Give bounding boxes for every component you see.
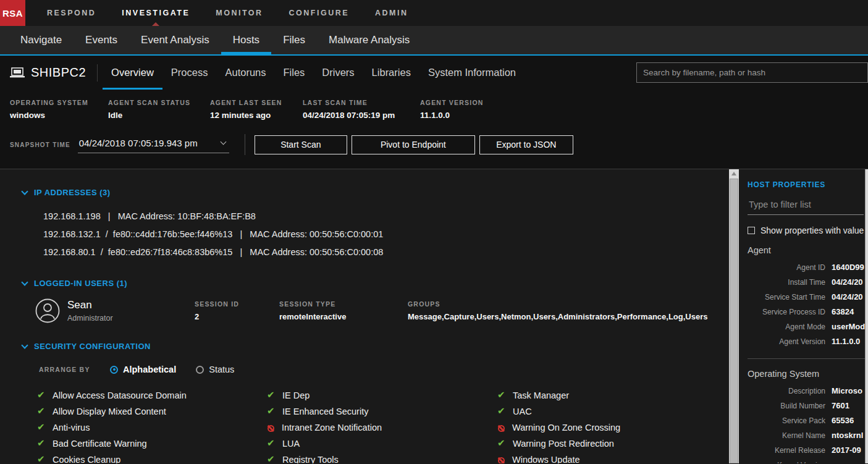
host-tabs: Overview Process Autoruns Files Drivers … — [103, 56, 525, 90]
groups-value: Message,Capture,Users,Netmon,Users,Admin… — [408, 312, 729, 321]
session-type-value: remoteInteractive — [279, 312, 408, 321]
security-config-item: IE Enhanced Security — [267, 403, 497, 420]
security-config-item: Anti-virus — [37, 420, 267, 436]
subnav-files[interactable]: Files — [271, 26, 317, 54]
host-summary-row: OPERATING SYSTEM windows AGENT SCAN STAT… — [0, 90, 868, 120]
security-status-icon — [267, 455, 277, 463]
property-value: ntoskrnl — [825, 428, 863, 443]
security-config-item: Bad Certificate Warning — [37, 436, 267, 452]
property-label: Install Time — [748, 275, 825, 290]
property-value: 7601 — [825, 399, 849, 413]
subnav-event-analysis[interactable]: Event Analysis — [129, 26, 221, 54]
section-title: IP ADDRESSES (3) — [34, 188, 111, 197]
rsa-logo[interactable]: RSA — [0, 0, 25, 26]
user-identity: Sean Administrator — [60, 298, 195, 323]
pivot-to-endpoint-button[interactable]: Pivot to Endpoint — [352, 135, 475, 154]
radio-alphabetical[interactable]: Alphabetical — [110, 365, 176, 374]
overview-main-column: IP ADDRESSES (3) 192.168.1.198 | MAC Add… — [0, 169, 729, 463]
tab-process[interactable]: Process — [162, 56, 217, 90]
chevron-down-icon — [21, 188, 28, 195]
property-value: 63824 — [825, 305, 854, 319]
ip-address-row: 192.168.80.1 / fe80::ed26:7f18:46c8:83b6… — [43, 243, 729, 261]
panel-scrollbar[interactable] — [865, 169, 868, 463]
property-label: Service Process ID — [748, 305, 825, 319]
property-value: Microso — [825, 384, 862, 399]
show-properties-checkbox-row[interactable]: Show properties with value — [748, 226, 868, 235]
security-status-icon — [37, 390, 47, 400]
security-config-label: Task Manager — [513, 390, 569, 400]
divider — [97, 64, 98, 82]
security-config-label: Allow Display Mixed Content — [53, 407, 166, 416]
investigate-sub-nav: Navigate Events Event Analysis Hosts Fil… — [0, 26, 868, 56]
security-status-icon — [37, 407, 47, 416]
topnav-configure[interactable]: CONFIGURE — [276, 0, 363, 26]
property-row: Agent ModeuserMod — [748, 319, 868, 334]
tab-system-information[interactable]: System Information — [419, 56, 525, 90]
property-value: 04/24/20 — [825, 290, 863, 305]
security-config-label: Anti-virus — [53, 423, 90, 432]
topnav-respond[interactable]: RESPOND — [34, 0, 109, 26]
agent-property-rows: Agent ID1640D99 Install Time04/24/20 Ser… — [748, 260, 868, 349]
topnav-monitor[interactable]: MONITOR — [203, 0, 276, 26]
scroll-up-arrow-icon[interactable] — [731, 172, 736, 175]
property-row: Build Number7601 — [748, 399, 868, 413]
divider — [245, 134, 245, 155]
property-row: Agent Version11.1.0.0 — [748, 334, 868, 349]
subnav-malware-analysis[interactable]: Malware Analysis — [317, 26, 421, 54]
properties-filter-input[interactable] — [748, 197, 864, 215]
tab-libraries[interactable]: Libraries — [363, 56, 419, 90]
tab-overview[interactable]: Overview — [103, 56, 162, 90]
topnav-investigate[interactable]: INVESTIGATE — [109, 0, 203, 26]
property-label: Agent Mode — [748, 319, 825, 334]
security-status-icon — [37, 423, 47, 432]
property-row: Agent ID1640D99 — [748, 260, 868, 275]
security-config-item: Windows Update — [497, 452, 729, 463]
host-properties-panel: HOST PROPERTIES Show properties with val… — [739, 169, 868, 463]
security-config-label: IE Dep — [282, 390, 310, 400]
snapshot-time-select[interactable]: 04/24/2018 07:05:19.943 pm — [78, 137, 229, 153]
security-status-icon — [37, 455, 47, 463]
ip-address-row: 192.168.132.1 / fe80::c4dd:176b:5ee:f446… — [43, 226, 729, 243]
os-property-rows: DescriptionMicroso Build Number7601 Serv… — [748, 384, 868, 463]
subnav-events[interactable]: Events — [74, 26, 129, 54]
security-status-icon — [37, 439, 47, 449]
security-config-item: Allow Display Mixed Content — [37, 403, 267, 420]
groups-field: GROUPS Message,Capture,Users,Netmon,User… — [408, 298, 729, 323]
vertical-scrollbar[interactable] — [729, 169, 739, 463]
ip-addresses-section: IP ADDRESSES (3) 192.168.1.198 | MAC Add… — [22, 188, 729, 261]
security-config-label: Warning On Zone Crossing — [512, 423, 620, 432]
export-to-json-button[interactable]: Export to JSON — [479, 135, 573, 154]
checkbox-unchecked-icon[interactable] — [748, 227, 755, 234]
summary-label: AGENT VERSION — [420, 99, 484, 106]
summary-label: AGENT LAST SEEN — [210, 99, 303, 106]
start-scan-button[interactable]: Start Scan — [255, 135, 347, 154]
security-configuration-header[interactable]: SECURITY CONFIGURATION — [22, 342, 729, 351]
scrollbar-thumb[interactable] — [730, 179, 738, 463]
security-config-item: Warning Post Redirection — [497, 436, 729, 452]
tab-drivers[interactable]: Drivers — [313, 56, 363, 90]
property-group-agent: Agent — [748, 245, 868, 255]
property-value: 2017-09 — [825, 443, 861, 458]
session-id-label: SESSION ID — [195, 300, 279, 308]
property-row: Kernel Namentoskrnl — [748, 428, 868, 443]
top-nav: RESPOND INVESTIGATE MONITOR CONFIGURE AD… — [25, 0, 421, 26]
property-value — [825, 458, 832, 463]
ip-addresses-header[interactable]: IP ADDRESSES (3) — [22, 188, 729, 197]
top-nav-bar: RSA RESPOND INVESTIGATE MONITOR CONFIGUR… — [0, 0, 868, 26]
logged-in-users-header[interactable]: LOGGED-IN USERS (1) — [22, 279, 729, 288]
search-input[interactable] — [636, 62, 868, 83]
subnav-hosts[interactable]: Hosts — [221, 26, 271, 54]
security-config-label: LUA — [282, 439, 300, 449]
tab-files[interactable]: Files — [275, 56, 314, 90]
topnav-admin[interactable]: ADMIN — [362, 0, 421, 26]
security-config-grid: Allow Access Datasource Domain Allow Dis… — [22, 387, 729, 463]
tab-autoruns[interactable]: Autoruns — [216, 56, 274, 90]
property-label: Build Number — [748, 399, 825, 413]
property-row: DescriptionMicroso — [748, 384, 868, 399]
security-status-icon — [498, 457, 505, 464]
radio-status[interactable]: Status — [196, 365, 234, 374]
property-row: Kernel Release2017-09 — [748, 443, 868, 458]
subnav-navigate[interactable]: Navigate — [9, 26, 74, 54]
security-config-item: Cookies Cleanup — [37, 452, 267, 463]
security-config-item: Intranet Zone Notification — [267, 420, 497, 436]
